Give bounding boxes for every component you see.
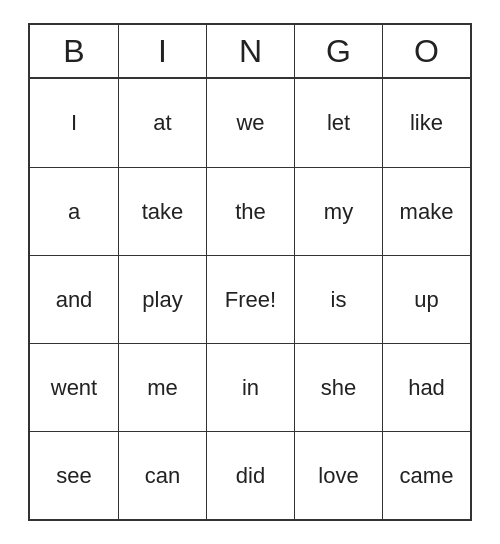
cell-r3-c2[interactable]: in — [206, 343, 294, 431]
cell-r3-c1[interactable]: me — [118, 343, 206, 431]
cell-r0-c0[interactable]: I — [30, 79, 118, 167]
cell-r1-c2[interactable]: the — [206, 167, 294, 255]
cell-r4-c0[interactable]: see — [30, 431, 118, 519]
header-cell: B — [30, 25, 118, 77]
header-cell: O — [382, 25, 470, 77]
cell-r1-c4[interactable]: make — [382, 167, 470, 255]
cell-r3-c0[interactable]: went — [30, 343, 118, 431]
cell-r0-c2[interactable]: we — [206, 79, 294, 167]
cell-r0-c1[interactable]: at — [118, 79, 206, 167]
bingo-header: BINGO — [30, 25, 470, 77]
cell-r1-c1[interactable]: take — [118, 167, 206, 255]
bingo-card: BINGO IatweletlikeatakethemymakeandplayF… — [28, 23, 472, 521]
cell-r2-c2[interactable]: Free! — [206, 255, 294, 343]
cell-r3-c4[interactable]: had — [382, 343, 470, 431]
cell-r1-c0[interactable]: a — [30, 167, 118, 255]
cell-r2-c4[interactable]: up — [382, 255, 470, 343]
header-cell: G — [294, 25, 382, 77]
header-cell: I — [118, 25, 206, 77]
cell-r4-c2[interactable]: did — [206, 431, 294, 519]
cell-r0-c3[interactable]: let — [294, 79, 382, 167]
header-cell: N — [206, 25, 294, 77]
cell-r1-c3[interactable]: my — [294, 167, 382, 255]
cell-r4-c4[interactable]: came — [382, 431, 470, 519]
cell-r2-c3[interactable]: is — [294, 255, 382, 343]
cell-r3-c3[interactable]: she — [294, 343, 382, 431]
bingo-grid: IatweletlikeatakethemymakeandplayFree!is… — [30, 77, 470, 519]
cell-r2-c0[interactable]: and — [30, 255, 118, 343]
cell-r2-c1[interactable]: play — [118, 255, 206, 343]
cell-r4-c1[interactable]: can — [118, 431, 206, 519]
cell-r4-c3[interactable]: love — [294, 431, 382, 519]
cell-r0-c4[interactable]: like — [382, 79, 470, 167]
